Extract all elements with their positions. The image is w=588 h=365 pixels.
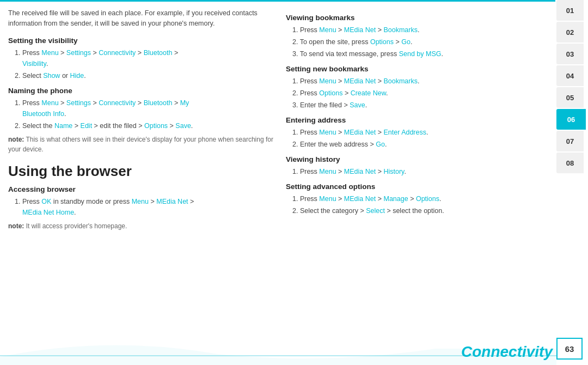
section-visibility: Setting the visibility 1. Press Menu > S… [8,36,275,81]
section-title-address: Entering address [286,116,553,124]
tab-05[interactable]: 05 [556,87,584,108]
section-advanced: Setting advanced options 1. Press Menu >… [286,182,553,216]
tab-03[interactable]: 03 [556,44,584,64]
step-visibility-1: 1. Press Menu > Settings > Connectivity … [15,47,275,81]
section-bookmarks: Viewing bookmarks 1. Press Menu > MEdia … [286,14,553,59]
right-column: Viewing bookmarks 1. Press Menu > MEdia … [286,5,553,332]
note-naming: note: This is what others will see in th… [8,135,275,154]
section-title-visibility: Setting the visibility [8,36,275,45]
connectivity-label: Connectivity [461,343,553,361]
main-content: The received file will be saved in each … [8,5,553,332]
step-accessing-1: 1. Press OK in standby mode or press Men… [15,196,275,218]
section-naming: Naming the phone 1. Press Menu > Setting… [8,87,275,154]
step-bookmarks: 1. Press Menu > MEdia Net > Bookmarks. 2… [292,25,553,59]
section-accessing: Accessing browser 1. Press OK in standby… [8,185,275,231]
step-history: 1. Press Menu > MEdia Net > History. [292,166,553,177]
tab-04[interactable]: 04 [556,65,584,86]
section-new-bookmarks: Setting new bookmarks 1. Press Menu > ME… [286,65,553,111]
section-title-accessing: Accessing browser [8,185,275,193]
tab-08[interactable]: 08 [556,153,584,173]
top-line [0,0,555,2]
bottom-bar: Connectivity 63 [0,335,588,365]
step-new-bookmarks: 1. Press Menu > MEdia Net > Bookmarks. 2… [292,76,553,111]
section-title-new-bookmarks: Setting new bookmarks [286,65,553,73]
section-history: Viewing history 1. Press Menu > MEdia Ne… [286,155,553,177]
left-column: The received file will be saved in each … [8,5,275,332]
tab-07[interactable]: 07 [556,131,584,151]
right-tabs: 0102030405060708 [556,0,588,174]
section-address: Entering address 1. Press Menu > MEdia N… [286,116,553,150]
step-address: 1. Press Menu > MEdia Net > Enter Addres… [292,127,553,150]
tab-01[interactable]: 01 [556,0,584,21]
intro-text: The received file will be saved in each … [8,8,275,29]
section-title-history: Viewing history [286,155,553,163]
browser-title: Using the browser [8,163,275,180]
step-naming-1: 1. Press Menu > Settings > Connectivity … [15,98,275,131]
section-title-naming: Naming the phone [8,87,275,95]
tab-02[interactable]: 02 [556,22,584,42]
section-title-advanced: Setting advanced options [286,182,553,191]
note-accessing: note: It will access provider's homepage… [8,221,275,231]
page-number: 63 [556,338,583,360]
tab-06[interactable]: 06 [556,109,586,130]
section-title-bookmarks: Viewing bookmarks [286,14,553,22]
step-advanced: 1. Press Menu > MEdia Net > Manage > Opt… [292,193,553,216]
